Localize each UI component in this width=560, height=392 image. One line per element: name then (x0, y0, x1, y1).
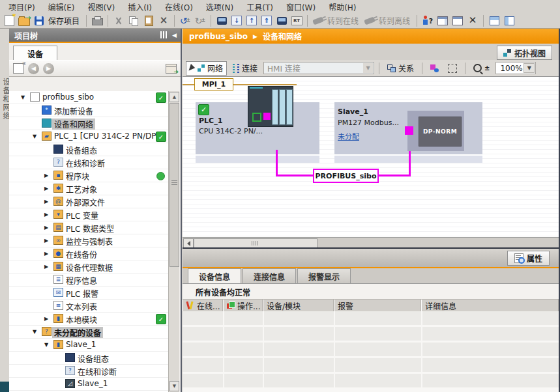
slave-name[interactable]: Slave_1 (338, 107, 368, 116)
zoom-dropdown-arrow-icon[interactable]: ▼ (523, 63, 535, 73)
connection-type-select[interactable]: HMI 连接 ▼ (263, 62, 374, 74)
select-area-button[interactable] (445, 62, 460, 75)
profibus-subnet-label[interactable]: PROFIBUS_sibo (313, 169, 379, 183)
tree-item[interactable]: ≣程序信息 (9, 273, 170, 287)
breadcrumb-project[interactable]: profibus_sibo (189, 32, 248, 41)
horizontal-scrollbar[interactable] (183, 237, 559, 248)
menu-item[interactable]: 工具(T) (241, 1, 279, 13)
paste-button[interactable] (142, 14, 155, 27)
cpu-pn-port-icon[interactable] (252, 113, 261, 122)
collapse-panel-icon[interactable]: ◀ (172, 32, 177, 38)
tree-item[interactable]: ▶∞监控与强制表 (9, 234, 170, 247)
cross-references-button[interactable]: ✕ (466, 14, 479, 27)
split-vertical-button[interactable] (503, 14, 516, 27)
tree-item[interactable]: ✉PLC 报警 (9, 287, 170, 300)
topology-view-button[interactable]: 拓扑视图 (497, 46, 552, 60)
show-catalog-button[interactable] (215, 14, 228, 27)
inspector-tab[interactable]: 设备信息 (188, 268, 241, 283)
zoom-fit-icon[interactable]: ± (484, 64, 490, 72)
plc-name[interactable]: PLC_1 (199, 117, 222, 125)
redo-button[interactable]: ↻± (194, 14, 207, 27)
auto-collapse-icon[interactable] (160, 31, 167, 38)
go-offline-button[interactable] (363, 14, 376, 27)
mpi-subnet-label[interactable]: MPI_1 (194, 78, 233, 91)
scroll-up-icon[interactable]: ▲ (169, 92, 179, 102)
tab-devices[interactable]: 设备 (13, 46, 57, 61)
table-column-header[interactable]: 报警 (334, 300, 421, 312)
copy-button[interactable] (127, 14, 140, 27)
menu-item[interactable]: 编辑(E) (42, 1, 81, 13)
table-column-header[interactable]: 操作... (223, 300, 263, 312)
table-column-header[interactable]: 详细信息 (421, 300, 559, 312)
connections-mode-button[interactable]: 连接 (229, 62, 261, 75)
new-item-icon[interactable]: * (13, 63, 24, 74)
expand-arrow-icon[interactable]: ▶ (44, 264, 48, 270)
tree-item[interactable]: ▶▾PLC 变量 (9, 208, 170, 221)
tree-item[interactable]: ▼▮Slave_1 (9, 339, 170, 352)
slave-module-graphic[interactable]: DP-NORM (407, 111, 464, 151)
upload-from-device-button[interactable]: ↑ (245, 14, 258, 27)
delete-button[interactable]: × (157, 14, 170, 27)
print-button[interactable] (91, 14, 104, 27)
menu-item[interactable]: 在线(O) (159, 1, 199, 13)
tree-item[interactable]: ▼?未分配的设备 (9, 326, 170, 339)
menu-item[interactable]: 选项(N) (200, 1, 239, 13)
tree-item[interactable]: ▼profibus_sibo✓ (9, 91, 170, 104)
collapse-arrow-icon[interactable]: ▼ (21, 94, 25, 100)
expand-arrow-icon[interactable]: ▶ (44, 316, 48, 322)
tree-item[interactable]: ▶▦设备代理数据 (9, 260, 170, 273)
tree-item[interactable]: ▶@外部源文件 (9, 195, 170, 208)
scroll-down-icon[interactable]: ▼ (169, 381, 179, 391)
start-cpu-button[interactable] (436, 14, 449, 27)
diagram-view-icon[interactable] (166, 64, 177, 74)
tree-item[interactable]: ▶✱工艺对象 (9, 182, 170, 195)
tree-item[interactable]: ?在线和诊断 (9, 365, 170, 378)
horizontal-scrollbar-thumb[interactable] (194, 238, 317, 248)
save-project-label[interactable]: 保存项目 (48, 15, 80, 26)
expand-arrow-icon[interactable]: ▶ (44, 225, 48, 231)
slave-dp-port-icon[interactable] (405, 126, 413, 135)
menu-item[interactable]: 插入(I) (122, 1, 158, 13)
menu-item[interactable]: 项目(P) (3, 1, 41, 13)
network-view-canvas[interactable]: MPI_1 ✓ PLC_1 CPU 314C-2 PN/... Slave_1 … (183, 77, 559, 237)
download-to-device-button[interactable]: ↓ (230, 14, 243, 27)
redo-dropdown-icon[interactable]: ± (201, 18, 206, 23)
expand-arrow-icon[interactable]: ▶ (44, 173, 48, 178)
zoom-level-select[interactable]: 100% ▼ (495, 62, 536, 74)
menu-item[interactable]: 视图(V) (82, 1, 121, 13)
cpu-module-graphic[interactable] (248, 86, 293, 127)
collapse-arrow-icon[interactable]: ▼ (33, 329, 37, 335)
inspector-tab[interactable]: 连接信息 (243, 268, 296, 283)
inspector-tab[interactable]: 报警显示 (297, 268, 351, 283)
new-project-button[interactable]: * (3, 14, 16, 27)
relations-button[interactable]: 关系 (384, 62, 417, 75)
menu-item[interactable]: 窗口(W) (280, 1, 321, 13)
table-column-header[interactable]: 在线... (183, 300, 223, 312)
go-offline-label[interactable]: 转到离线 (379, 15, 410, 26)
tree-scrollbar[interactable]: ▲ ▼ (168, 91, 179, 392)
tree-item[interactable]: ≡文本列表 (9, 300, 170, 313)
stop-cpu-button[interactable] (451, 14, 464, 27)
navigate-forward-icon[interactable]: ▶ (43, 63, 54, 74)
tree-item[interactable]: ▶●在线备份 (9, 247, 170, 260)
accessible-devices-button[interactable]: ? (421, 14, 434, 27)
tree-item[interactable]: 设备组态 (9, 352, 170, 365)
properties-button[interactable]: 属性 (507, 251, 550, 266)
tree-item[interactable]: ▶▪程序块 (9, 169, 170, 182)
split-horizontal-button[interactable] (488, 14, 501, 27)
table-column-header[interactable]: 设备/模块 (263, 300, 334, 312)
side-tab-label[interactable]: 设备和网络 (0, 78, 10, 120)
expand-arrow-icon[interactable]: ▶ (44, 186, 48, 191)
tree-item[interactable]: ◿Slave_1 (9, 378, 170, 391)
upload-all-button[interactable]: ⇑ (260, 14, 273, 27)
start-simulation-button[interactable] (275, 14, 288, 27)
expand-arrow-icon[interactable]: ▶ (44, 212, 48, 217)
cpu-dp-port-icon[interactable] (263, 113, 271, 120)
cut-button[interactable] (112, 14, 125, 27)
open-project-button[interactable]: ➔ (18, 14, 31, 27)
undo-button[interactable]: ↺± (179, 14, 192, 27)
slave-unassigned-link[interactable]: 未分配 (338, 131, 359, 141)
tree-item[interactable]: ▶▤PLC 数据类型 (9, 221, 170, 234)
tree-scrollbar-thumb[interactable] (169, 103, 179, 267)
tree-item[interactable]: *添加新设备 (9, 104, 170, 117)
